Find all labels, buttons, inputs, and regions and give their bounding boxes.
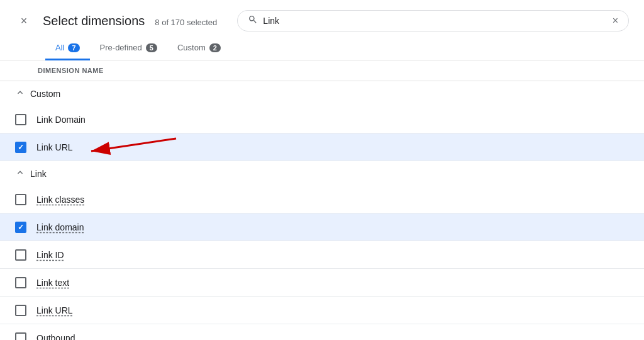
item-label-link-text: Link text (36, 278, 69, 288)
tab-all[interactable]: All 7 (45, 37, 90, 60)
item-label-link-classes: Link classes (36, 195, 84, 205)
list-item[interactable]: Link Domain (0, 106, 644, 133)
search-bar: × (237, 10, 629, 31)
list-item[interactable]: Link URL (0, 297, 644, 324)
checkbox-link-text[interactable] (15, 277, 26, 288)
checkbox-link-domain-custom[interactable] (15, 114, 26, 125)
item-label-link-domain: Link domain (36, 222, 84, 232)
tab-custom-label: Custom (177, 43, 206, 52)
group-link-label: Link (30, 169, 47, 179)
list-item[interactable]: Link classes (0, 186, 644, 213)
tabs-container: All 7 Pre-defined 5 Custom 2 (0, 31, 644, 60)
checkbox-link-url[interactable] (15, 305, 26, 316)
list-item[interactable]: Outbound (0, 324, 644, 340)
list-item[interactable]: Link domain (0, 213, 644, 241)
list-item[interactable]: Link text (0, 269, 644, 297)
checkbox-link-url-custom[interactable] (15, 142, 26, 153)
dimensions-list[interactable]: Custom Link Domain Link URL Link Link cl… (0, 81, 644, 340)
column-header: Dimension name (0, 60, 644, 81)
chevron-up-icon (15, 88, 25, 99)
tab-all-badge: 7 (68, 43, 79, 52)
item-label-link-domain-custom: Link Domain (36, 115, 86, 125)
group-header-link[interactable]: Link (0, 161, 644, 186)
checkbox-link-id[interactable] (15, 249, 26, 261)
item-label-link-id: Link ID (36, 250, 64, 260)
list-item[interactable]: Link URL (0, 133, 644, 161)
tab-custom-badge: 2 (209, 43, 221, 52)
modal-header: × Select dimensions 8 of 170 selected × (0, 0, 644, 31)
tab-custom[interactable]: Custom 2 (167, 37, 231, 60)
tab-predefined-badge: 5 (146, 43, 157, 52)
search-icon (248, 14, 258, 27)
checkbox-outbound[interactable] (15, 332, 26, 341)
selection-count: 8 of 170 selected (155, 18, 217, 27)
list-item[interactable]: Link ID (0, 241, 644, 269)
tab-predefined-label: Pre-defined (100, 43, 142, 52)
close-icon: × (21, 14, 28, 28)
search-container: × (237, 10, 629, 31)
close-button[interactable]: × (15, 12, 33, 30)
checkbox-link-domain[interactable] (15, 222, 26, 233)
checkbox-link-classes[interactable] (15, 194, 26, 205)
group-header-custom[interactable]: Custom (0, 81, 644, 106)
item-label-link-url: Link URL (36, 305, 73, 315)
search-input[interactable] (263, 16, 607, 26)
search-clear-button[interactable]: × (613, 15, 618, 26)
tab-predefined[interactable]: Pre-defined 5 (90, 37, 167, 60)
group-custom-label: Custom (30, 89, 60, 99)
select-dimensions-modal: × Select dimensions 8 of 170 selected × … (0, 0, 644, 340)
item-label-link-url-custom: Link URL (36, 142, 73, 152)
tab-all-label: All (55, 43, 64, 52)
modal-title: Select dimensions (43, 14, 145, 28)
chevron-up-icon-link (15, 167, 25, 179)
item-label-outbound: Outbound (36, 333, 75, 341)
